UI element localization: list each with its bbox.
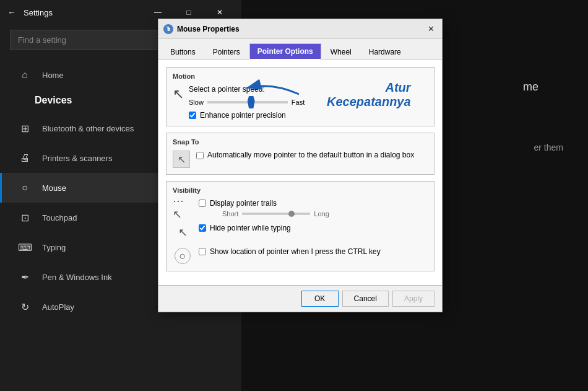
apply-button[interactable]: Apply	[392, 291, 435, 307]
sidebar-item-label: Bluetooth & other devices	[42, 124, 134, 133]
show-location-label: Show location of pointer when I press th…	[210, 247, 381, 256]
trail-long-label: Long	[314, 210, 329, 217]
sidebar-item-label: AutoPlay	[42, 302, 74, 312]
hide-pointer-label: Hide pointer while typing	[210, 224, 291, 232]
tab-pointers[interactable]: Pointers	[205, 43, 248, 59]
sidebar-item-label: Home	[42, 71, 64, 80]
back-button[interactable]: ←	[7, 7, 16, 17]
hide-pointer-row: ↖ Hide pointer while typing	[173, 224, 428, 241]
content-text-2: er them	[534, 143, 563, 152]
visibility-section: Visibility ⋯↖ Display pointer trails Sho…	[166, 181, 435, 271]
titlebar-left: ← Settings	[7, 7, 53, 17]
slow-label: Slow	[189, 99, 204, 106]
speed-label: Select a pointer speed:	[189, 85, 428, 94]
snap-to-section: Snap To ↖ Automatically move pointer to …	[166, 133, 435, 175]
sidebar-item-label: Printers & scanners	[42, 154, 112, 163]
pointer-trails-icon: ⋯↖	[173, 199, 192, 216]
tab-hardware[interactable]: Hardware	[361, 43, 409, 59]
hide-pointer-checkbox[interactable]	[199, 224, 206, 232]
hide-pointer-icon: ↖	[173, 224, 192, 241]
mouse-icon: ○	[17, 180, 32, 195]
dialog-app-icon: 🖱	[163, 24, 173, 34]
enhance-precision-label: Enhance pointer precision	[200, 111, 286, 120]
show-location-row: ○ Show location of pointer when I press …	[173, 247, 428, 265]
sidebar-item-label: Touchpad	[42, 213, 77, 222]
enhance-precision-checkbox[interactable]	[189, 112, 196, 119]
snap-to-icon: ↖	[173, 151, 190, 168]
home-icon: ⌂	[17, 68, 32, 82]
trail-slider-row: Short Long	[222, 210, 329, 217]
cancel-button[interactable]: Cancel	[342, 291, 389, 307]
snap-to-checkbox[interactable]	[196, 152, 204, 159]
pen-icon: ✒	[17, 270, 32, 284]
enhance-precision-row: Enhance pointer precision	[189, 111, 428, 120]
dialog-footer: OK Cancel Apply	[158, 285, 442, 312]
motion-section-label: Motion	[173, 72, 428, 80]
autoplay-icon: ↻	[17, 299, 32, 314]
dialog-tabs: Buttons Pointers Pointer Options Wheel H…	[158, 39, 442, 59]
mouse-properties-dialog: 🖱 Mouse Properties ✕ Buttons Pointers Po…	[158, 19, 443, 312]
keyboard-icon: ⌨	[17, 240, 32, 255]
snap-to-content: ↖ Automatically move pointer to the defa…	[173, 151, 428, 168]
dialog-title-text: Mouse Properties	[177, 25, 240, 33]
snap-to-checkbox-label: Automatically move pointer to the defaul…	[207, 151, 414, 159]
pointer-trails-label: Display pointer trails	[210, 199, 277, 208]
pointer-speed-icon: ↖	[173, 86, 184, 102]
printer-icon: 🖨	[17, 151, 32, 165]
pointer-speed-slider[interactable]	[207, 101, 288, 103]
dialog-close-button[interactable]: ✕	[425, 23, 437, 35]
snap-to-label: Snap To	[173, 138, 428, 146]
tab-wheel[interactable]: Wheel	[322, 43, 360, 59]
sidebar-item-label: Typing	[42, 243, 66, 252]
visibility-label: Visibility	[173, 187, 428, 194]
sidebar-item-label: Pen & Windows Ink	[42, 273, 112, 282]
show-location-checkbox[interactable]	[199, 248, 206, 255]
motion-section: Motion ↖ Select a pointer speed: Slow Fa…	[166, 67, 435, 126]
ok-button[interactable]: OK	[301, 291, 339, 307]
dialog-content: Motion ↖ Select a pointer speed: Slow Fa…	[158, 59, 442, 285]
fast-label: Fast	[292, 99, 305, 106]
dialog-titlebar: 🖱 Mouse Properties ✕	[158, 19, 442, 39]
trail-short-label: Short	[222, 210, 238, 217]
dialog-title-area: 🖱 Mouse Properties	[163, 24, 240, 34]
show-location-icon: ○	[173, 247, 192, 265]
touchpad-icon: ⊡	[17, 210, 32, 225]
trail-slider[interactable]	[242, 213, 310, 215]
settings-window-title: Settings	[24, 8, 53, 17]
sidebar-item-label: Mouse	[42, 183, 66, 193]
pointer-trails-checkbox[interactable]	[199, 200, 206, 207]
pointer-trails-row: ⋯↖ Display pointer trails Short Long	[173, 199, 428, 217]
tab-buttons[interactable]: Buttons	[162, 43, 204, 59]
tab-pointer-options[interactable]: Pointer Options	[249, 43, 321, 59]
bluetooth-icon: ⊞	[17, 121, 32, 136]
content-text-1: me	[523, 81, 538, 94]
